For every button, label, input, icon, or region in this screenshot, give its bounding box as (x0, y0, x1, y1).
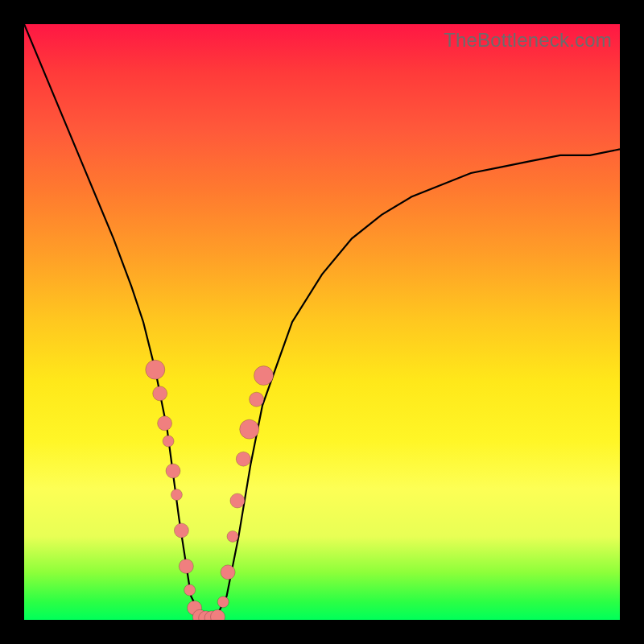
data-point (184, 584, 196, 596)
data-point (254, 366, 274, 386)
data-point (163, 436, 174, 447)
data-point (179, 559, 193, 573)
data-point (158, 416, 172, 431)
data-point (166, 464, 180, 478)
plot-area: TheBottleneck.com (24, 24, 620, 620)
data-point (171, 489, 182, 501)
data-point (230, 493, 245, 508)
data-point (227, 530, 238, 542)
data-point (240, 419, 259, 439)
bottleneck-curve (24, 24, 620, 620)
data-point (146, 360, 165, 379)
data-point (217, 597, 229, 608)
data-point (153, 386, 167, 401)
data-point (236, 452, 250, 466)
data-point (174, 523, 188, 538)
data-point (250, 392, 264, 407)
chart-overlay (24, 24, 620, 620)
chart-frame: TheBottleneck.com (0, 0, 644, 644)
data-points (146, 360, 274, 620)
data-point (221, 565, 235, 580)
